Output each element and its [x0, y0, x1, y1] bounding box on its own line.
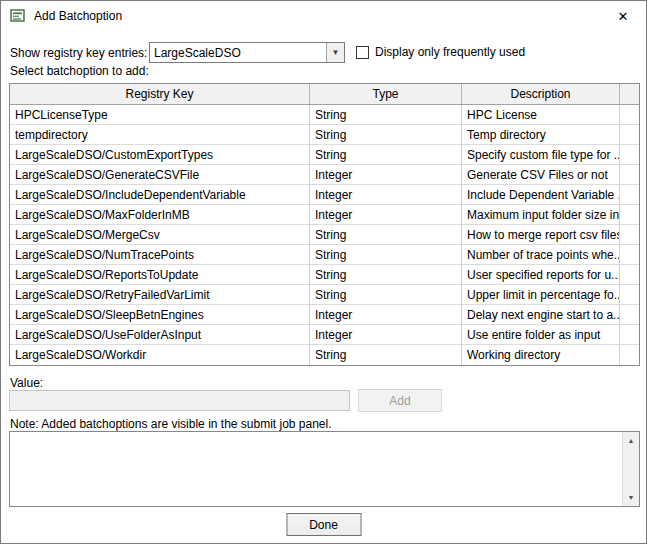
frequently-used-checkbox[interactable]: [356, 46, 369, 59]
select-batchoption-label: Select batchoption to add:: [10, 64, 149, 78]
app-icon: [10, 9, 26, 23]
cell-type: Integer: [310, 185, 462, 204]
cell-spacer: [620, 185, 639, 204]
cell-registry-key: LargeScaleDSO/Workdir: [10, 345, 310, 365]
cell-registry-key: LargeScaleDSO/SleepBetnEngines: [10, 305, 310, 324]
table-row[interactable]: LargeScaleDSO/RetryFailedVarLimitStringU…: [10, 285, 639, 305]
cell-type: String: [310, 125, 462, 144]
table-row[interactable]: LargeScaleDSO/NumTracePointsStringNumber…: [10, 245, 639, 265]
cell-description: HPC License: [462, 105, 620, 124]
cell-spacer: [620, 125, 639, 144]
registry-key-select[interactable]: LargeScaleDSO ▼: [149, 42, 345, 63]
cell-description: Temp directory: [462, 125, 620, 144]
cell-type: String: [310, 225, 462, 244]
table-header-row: Registry Key Type Description: [10, 84, 639, 105]
cell-registry-key: LargeScaleDSO/UseFolderAsInput: [10, 325, 310, 344]
cell-registry-key: LargeScaleDSO/RetryFailedVarLimit: [10, 285, 310, 304]
frequently-used-checkbox-group[interactable]: Display only frequently used: [356, 45, 525, 59]
cell-registry-key: tempdirectory: [10, 125, 310, 144]
cell-spacer: [620, 145, 639, 164]
table-row[interactable]: LargeScaleDSO/CustomExportTypesStringSpe…: [10, 145, 639, 165]
cell-spacer: [620, 205, 639, 224]
cell-description: Use entire folder as input: [462, 325, 620, 344]
title-bar: Add Batchoption ✕: [1, 1, 646, 31]
cell-registry-key: LargeScaleDSO/IncludeDependentVariable: [10, 185, 310, 204]
cell-spacer: [620, 305, 639, 324]
cell-type: String: [310, 145, 462, 164]
header-type[interactable]: Type: [310, 84, 462, 104]
cell-registry-key: LargeScaleDSO/NumTracePoints: [10, 245, 310, 264]
done-button[interactable]: Done: [286, 513, 361, 536]
cell-spacer: [620, 245, 639, 264]
scroll-up-icon[interactable]: ▲: [623, 432, 639, 449]
note-label: Note: Added batchoptions are visible in …: [10, 417, 332, 431]
table-row[interactable]: LargeScaleDSO/ReportsToUpdateStringUser …: [10, 265, 639, 285]
cell-type: String: [310, 345, 462, 365]
added-batchoptions-panel: ▲ ▼: [9, 431, 640, 507]
table-row[interactable]: LargeScaleDSO/WorkdirStringWorking direc…: [10, 345, 639, 365]
frequently-used-label: Display only frequently used: [375, 45, 525, 59]
header-description[interactable]: Description: [462, 84, 620, 104]
cell-description: Upper limit in percentage fo...: [462, 285, 620, 304]
add-batchoption-dialog: Add Batchoption ✕ Show registry key entr…: [0, 0, 647, 544]
batchoption-table: Registry Key Type Description HPCLicense…: [9, 83, 640, 366]
table-row[interactable]: tempdirectoryStringTemp directory: [10, 125, 639, 145]
cell-description: User specified reports for u...: [462, 265, 620, 284]
value-input[interactable]: [9, 390, 350, 411]
table-row[interactable]: LargeScaleDSO/GenerateCSVFileIntegerGene…: [10, 165, 639, 185]
cell-type: Integer: [310, 165, 462, 184]
cell-description: Delay next engine start to a...: [462, 305, 620, 324]
cell-type: String: [310, 265, 462, 284]
cell-registry-key: LargeScaleDSO/ReportsToUpdate: [10, 265, 310, 284]
registry-entries-label: Show registry key entries:: [10, 46, 147, 60]
header-spacer: [620, 84, 639, 104]
cell-registry-key: HPCLicenseType: [10, 105, 310, 124]
cell-type: String: [310, 105, 462, 124]
cell-type: String: [310, 245, 462, 264]
cell-spacer: [620, 265, 639, 284]
close-button[interactable]: ✕: [600, 1, 646, 31]
vertical-scrollbar[interactable]: ▲ ▼: [622, 432, 639, 506]
scroll-down-icon[interactable]: ▼: [623, 489, 639, 506]
cell-spacer: [620, 325, 639, 344]
table-row[interactable]: LargeScaleDSO/SleepBetnEnginesIntegerDel…: [10, 305, 639, 325]
chevron-down-icon[interactable]: ▼: [326, 43, 344, 62]
table-row[interactable]: LargeScaleDSO/MergeCsvStringHow to merge…: [10, 225, 639, 245]
value-label: Value:: [10, 376, 43, 390]
table-body: HPCLicenseTypeStringHPC Licensetempdirec…: [10, 105, 639, 365]
cell-registry-key: LargeScaleDSO/MaxFolderInMB: [10, 205, 310, 224]
cell-registry-key: LargeScaleDSO/GenerateCSVFile: [10, 165, 310, 184]
cell-registry-key: LargeScaleDSO/MergeCsv: [10, 225, 310, 244]
table-row[interactable]: LargeScaleDSO/UseFolderAsInputIntegerUse…: [10, 325, 639, 345]
cell-spacer: [620, 105, 639, 124]
cell-type: String: [310, 285, 462, 304]
window-title: Add Batchoption: [34, 9, 122, 23]
add-button[interactable]: Add: [358, 389, 442, 412]
cell-type: Integer: [310, 325, 462, 344]
cell-registry-key: LargeScaleDSO/CustomExportTypes: [10, 145, 310, 164]
header-registry-key[interactable]: Registry Key: [10, 84, 310, 104]
cell-spacer: [620, 165, 639, 184]
table-row[interactable]: LargeScaleDSO/MaxFolderInMBIntegerMaximu…: [10, 205, 639, 225]
table-row[interactable]: LargeScaleDSO/IncludeDependentVariableIn…: [10, 185, 639, 205]
cell-type: Integer: [310, 205, 462, 224]
cell-description: Specify custom file type for ...: [462, 145, 620, 164]
cell-type: Integer: [310, 305, 462, 324]
table-row[interactable]: HPCLicenseTypeStringHPC License: [10, 105, 639, 125]
cell-description: Maximum input folder size in...: [462, 205, 620, 224]
cell-description: Include Dependent Variable ...: [462, 185, 620, 204]
cell-description: How to merge report csv files: [462, 225, 620, 244]
cell-description: Working directory: [462, 345, 620, 365]
cell-spacer: [620, 345, 639, 365]
registry-key-selected-value: LargeScaleDSO: [150, 46, 326, 60]
cell-description: Number of trace points whe...: [462, 245, 620, 264]
cell-spacer: [620, 285, 639, 304]
cell-description: Generate CSV Files or not: [462, 165, 620, 184]
cell-spacer: [620, 225, 639, 244]
